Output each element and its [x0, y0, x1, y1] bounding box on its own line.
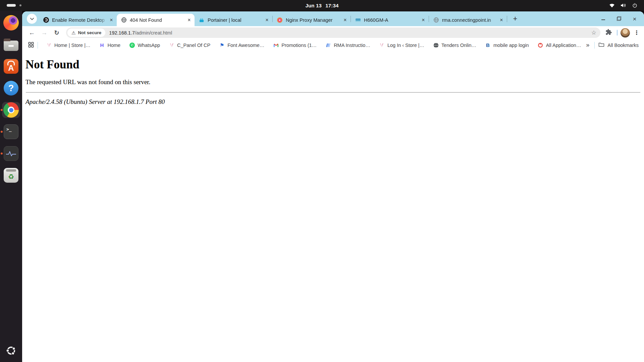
bookmark-login-store[interactable]: Log In ‹ Store |… — [379, 42, 424, 48]
all-bookmarks-button[interactable]: All Bookmarks — [598, 42, 639, 48]
tab-enable-remote-desktop[interactable]: Enable Remote Desktop — [39, 14, 117, 26]
address-bar[interactable]: Not secure 192.168.1.7/admin/creat.html — [66, 27, 600, 38]
tab-nginx-proxy-manager[interactable]: Nginx Proxy Manager — [273, 14, 351, 26]
tab-title: 404 Not Found — [130, 17, 185, 23]
bookmark-label: Home | Store |… — [54, 43, 90, 48]
system-status-tray[interactable] — [609, 0, 637, 11]
reload-button[interactable] — [52, 28, 62, 38]
bookmark-cpanel[interactable]: C_Panel Of CP — [169, 42, 210, 48]
error-message: The requested URL was not found on this … — [25, 78, 641, 86]
gmail-favicon — [273, 42, 279, 48]
close-window-button[interactable] — [632, 16, 637, 21]
tab-404-not-found[interactable]: 404 Not Found — [117, 14, 195, 26]
clock-time: 17:34 — [325, 3, 338, 8]
dock-item-terminal[interactable] — [2, 124, 20, 140]
system-clock[interactable]: Jun 13 17:34 — [305, 3, 338, 8]
tab-close-icon[interactable] — [498, 17, 504, 23]
dock-item-files[interactable] — [2, 37, 20, 53]
tab-close-icon[interactable] — [108, 17, 114, 23]
show-apps-button[interactable] — [2, 343, 20, 359]
folder-icon — [598, 42, 604, 48]
bookmark-whatsapp[interactable]: WhatsApp — [129, 42, 160, 48]
tab-title: rma.connectingpoint.in — [442, 17, 497, 23]
bookmark-label: C_Panel Of CP — [177, 43, 210, 48]
bookmarks-bar-right: All Bookmarks — [586, 42, 639, 49]
system-top-bar: Jun 13 17:34 — [0, 0, 644, 11]
bookmarks-separator — [38, 42, 38, 49]
bookmark-label: RMA Instructio… — [334, 43, 370, 48]
motherboard-favicon — [355, 17, 361, 23]
bookmarks-bar: Home | Store |… Home WhatsApp C_Panel Of… — [22, 39, 644, 51]
wifi-icon — [609, 3, 615, 8]
url-text: 192.168.1.7/admin/creat.html — [109, 30, 172, 36]
firefox-icon — [3, 15, 19, 31]
bookmark-promotions[interactable]: Promotions (1… — [273, 42, 317, 48]
tab-portainer[interactable]: Portainer | local — [195, 14, 272, 26]
new-tab-button[interactable] — [511, 14, 520, 23]
bookmark-label: WhatsApp — [138, 43, 160, 48]
bookmark-label: Tenders Onlin… — [441, 43, 476, 48]
tab-close-icon[interactable] — [186, 17, 192, 23]
bookmark-all-applications[interactable]: All Application… — [538, 42, 581, 48]
terminal-icon — [4, 124, 18, 139]
tab-title: Portainer | local — [208, 17, 263, 23]
browser-menu-button[interactable] — [632, 28, 641, 38]
dock-item-chrome[interactable] — [2, 102, 20, 118]
security-label: Not secure — [78, 30, 102, 35]
apps-grid-icon[interactable] — [28, 42, 34, 49]
bookmark-label: Log In ‹ Store |… — [387, 43, 424, 48]
tab-close-icon[interactable] — [420, 17, 426, 23]
tab-h660gm-a[interactable]: H660GM-A — [351, 14, 429, 26]
bookmarks-overflow-button[interactable] — [586, 42, 589, 49]
tab-close-icon[interactable] — [264, 17, 270, 23]
whatsapp-favicon — [129, 42, 135, 48]
dock-item-ubuntu-software[interactable] — [2, 58, 20, 74]
security-chip[interactable]: Not secure — [67, 28, 105, 37]
power-icon — [632, 3, 637, 8]
tab-title: Enable Remote Desktop — [52, 17, 107, 23]
extensions-button[interactable] — [604, 28, 614, 38]
globe-favicon — [121, 17, 127, 23]
bookmark-star-icon[interactable] — [591, 29, 596, 36]
b-letter-favicon — [485, 42, 491, 48]
dock-item-system-monitor[interactable] — [2, 145, 20, 162]
bookmark-font-awesome[interactable]: Font Awesome… — [219, 42, 264, 48]
active-workspace-pill — [7, 4, 16, 7]
forward-button[interactable] — [39, 28, 49, 38]
tab-search-button[interactable] — [27, 14, 37, 24]
dark-globe-favicon — [433, 42, 439, 48]
dock-item-firefox[interactable] — [2, 15, 20, 31]
tab-rma-connectingpoint[interactable]: rma.connectingpoint.in — [429, 14, 507, 26]
window-controls — [600, 16, 644, 21]
bookmark-rma-instructions[interactable]: RMA Instructio… — [325, 42, 370, 48]
rma-favicon — [325, 42, 331, 48]
workspace-indicator[interactable] — [7, 4, 21, 7]
bookmark-home[interactable]: Home — [99, 42, 120, 48]
all-bookmarks-label: All Bookmarks — [607, 43, 639, 48]
trash-icon — [4, 168, 18, 183]
minimize-button[interactable] — [600, 16, 606, 21]
wings-favicon — [46, 42, 52, 48]
wings-favicon — [169, 42, 174, 48]
warning-icon — [71, 30, 76, 36]
system-monitor-icon — [4, 146, 18, 161]
dock-item-trash[interactable] — [2, 167, 20, 183]
puzzle-icon — [605, 29, 612, 37]
bookmark-label: All Application… — [546, 43, 581, 48]
chevron-down-icon — [30, 16, 34, 22]
globe-favicon — [433, 17, 439, 23]
restore-window-button[interactable] — [616, 16, 622, 21]
bookmark-home-store[interactable]: Home | Store |… — [46, 42, 90, 48]
tab-close-icon[interactable] — [342, 17, 348, 23]
files-folder-icon — [4, 41, 18, 51]
profile-avatar[interactable] — [621, 28, 630, 38]
tab-separator — [507, 16, 507, 22]
bookmark-tenders-online[interactable]: Tenders Onlin… — [433, 42, 476, 48]
bookmark-mobile-app-login[interactable]: mobile app login — [485, 42, 529, 48]
volume-icon — [621, 3, 627, 8]
nginx-proxy-manager-favicon — [277, 17, 283, 23]
bookmark-label: Font Awesome… — [227, 43, 264, 48]
back-button[interactable] — [27, 28, 37, 38]
dock-item-help[interactable] — [2, 80, 20, 96]
tab-strip: Enable Remote Desktop 404 Not Found Port… — [22, 11, 644, 26]
